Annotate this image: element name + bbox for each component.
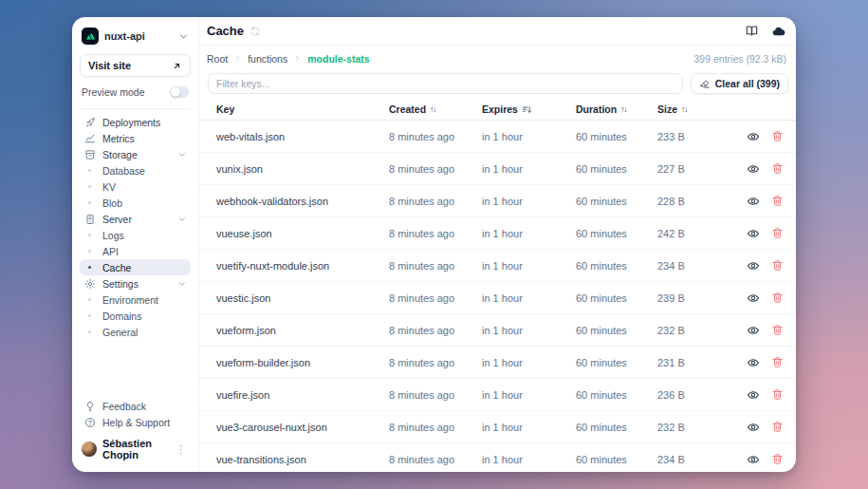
nuxthub-logo-icon xyxy=(82,28,99,45)
cache-key: vuestic.json xyxy=(216,292,389,304)
breadcrumb-root[interactable]: Root xyxy=(207,53,228,65)
cache-key: vuetify-nuxt-module.json xyxy=(216,260,389,272)
created-value: 8 minutes ago xyxy=(389,228,482,239)
row-actions xyxy=(747,388,786,402)
bullet-icon xyxy=(83,314,96,317)
sidebar-item-cache[interactable]: Cache xyxy=(80,259,191,275)
delete-entry-icon[interactable] xyxy=(771,292,784,304)
delete-entry-icon[interactable] xyxy=(771,130,784,142)
delete-entry-icon[interactable] xyxy=(771,195,784,207)
dots-vertical-icon[interactable]: ⋮ xyxy=(173,443,189,456)
row-actions xyxy=(747,453,786,466)
column-header-created[interactable]: Created ↑↓ xyxy=(389,103,482,115)
sidebar-item-settings[interactable]: Settings xyxy=(80,275,191,292)
duration-value: 60 minutes xyxy=(576,163,657,175)
view-entry-icon[interactable] xyxy=(747,421,760,434)
table-row: vue-transitions.json 8 minutes ago in 1 … xyxy=(199,443,796,472)
sidebar-item-metrics[interactable]: Metrics xyxy=(80,130,191,146)
docs-book-icon[interactable] xyxy=(745,24,759,38)
question-circle-icon xyxy=(83,417,96,428)
project-selector[interactable]: nuxt-api xyxy=(80,26,191,47)
view-entry-icon[interactable] xyxy=(747,195,760,208)
size-value: 234 B xyxy=(657,260,747,272)
view-entry-icon[interactable] xyxy=(747,324,760,337)
sidebar-item-label: Deployments xyxy=(102,117,160,128)
size-value: 242 B xyxy=(657,228,747,239)
duration-value: 60 minutes xyxy=(576,260,657,272)
sidebar-item-kv[interactable]: KV xyxy=(80,179,191,195)
visit-site-button[interactable]: Visit site xyxy=(80,54,191,77)
sidebar-item-label: KV xyxy=(102,181,116,193)
refresh-icon[interactable] xyxy=(249,26,261,37)
created-value: 8 minutes ago xyxy=(389,422,482,433)
delete-entry-icon[interactable] xyxy=(771,388,784,401)
delete-entry-icon[interactable] xyxy=(771,259,784,272)
duration-value: 60 minutes xyxy=(576,228,657,239)
bullet-icon xyxy=(83,234,96,236)
view-entry-icon[interactable] xyxy=(747,453,760,466)
cloud-icon[interactable] xyxy=(771,24,786,39)
size-value: 233 B xyxy=(657,131,747,142)
sidebar-item-general[interactable]: General xyxy=(80,324,191,340)
sidebar-item-storage[interactable]: Storage xyxy=(80,146,191,162)
preview-mode-toggle[interactable] xyxy=(170,86,189,98)
sidebar-item-logs[interactable]: Logs xyxy=(80,227,191,243)
sidebar-item-label: General xyxy=(102,327,138,338)
sidebar-item-feedback[interactable]: Feedback xyxy=(80,398,191,414)
sort-updown-icon: ↑↓ xyxy=(681,104,687,114)
sidebar-item-label: Environment xyxy=(102,294,158,306)
view-entry-icon[interactable] xyxy=(747,292,760,305)
delete-entry-icon[interactable] xyxy=(771,453,784,465)
eraser-icon xyxy=(699,78,711,89)
clear-all-button[interactable]: Clear all (399) xyxy=(691,73,788,94)
expires-value: in 1 hour xyxy=(482,163,576,175)
view-entry-icon[interactable] xyxy=(747,162,760,176)
main-header: Cache xyxy=(199,17,796,46)
breadcrumb-current: module-stats xyxy=(307,53,369,65)
sidebar-item-database[interactable]: Database xyxy=(80,162,191,179)
delete-entry-icon[interactable] xyxy=(771,324,784,336)
column-header-duration[interactable]: Duration ↑↓ xyxy=(576,103,657,115)
sidebar-item-blob[interactable]: Blob xyxy=(80,195,191,211)
table-row: vuefire.json 8 minutes ago in 1 hour 60 … xyxy=(199,379,796,411)
sidebar-item-server[interactable]: Server xyxy=(80,211,191,227)
created-value: 8 minutes ago xyxy=(389,196,482,207)
sidebar-item-environment[interactable]: Environment xyxy=(80,292,191,308)
row-actions xyxy=(747,162,786,176)
expires-value: in 1 hour xyxy=(482,131,576,142)
rocket-icon xyxy=(83,117,96,128)
bullet-icon xyxy=(83,185,96,188)
filter-keys-input[interactable] xyxy=(208,73,683,94)
view-entry-icon[interactable] xyxy=(747,356,760,369)
duration-value: 60 minutes xyxy=(576,325,657,336)
column-header-size[interactable]: Size ↑↓ xyxy=(657,103,747,115)
column-header-expires[interactable]: Expires xyxy=(482,103,576,115)
delete-entry-icon[interactable] xyxy=(771,421,784,433)
sidebar-spacer xyxy=(80,340,191,398)
project-name: nuxt-api xyxy=(104,30,173,42)
delete-entry-icon[interactable] xyxy=(771,227,784,239)
created-value: 8 minutes ago xyxy=(389,260,482,272)
cache-key: vuefire.json xyxy=(216,389,389,401)
sidebar-item-label: Domains xyxy=(102,310,141,322)
table-row: webhook-validators.json 8 minutes ago in… xyxy=(199,185,796,217)
expires-value: in 1 hour xyxy=(482,196,576,207)
preview-mode-row: Preview mode xyxy=(80,84,191,101)
sidebar-item-deployments[interactable]: Deployments xyxy=(80,114,191,130)
created-value: 8 minutes ago xyxy=(389,131,482,142)
user-menu[interactable]: Sébastien Chopin ⋮ xyxy=(80,436,191,462)
sidebar-item-help-support[interactable]: Help & Support xyxy=(80,414,191,430)
view-entry-icon[interactable] xyxy=(747,388,760,402)
sidebar-item-domains[interactable]: Domains xyxy=(80,308,191,324)
view-entry-icon[interactable] xyxy=(747,130,760,143)
sidebar-item-label: Settings xyxy=(102,278,139,290)
size-value: 232 B xyxy=(657,422,747,433)
breadcrumb-functions[interactable]: functions xyxy=(248,53,287,65)
view-entry-icon[interactable] xyxy=(747,259,760,273)
view-entry-icon[interactable] xyxy=(747,227,760,240)
delete-entry-icon[interactable] xyxy=(771,356,784,368)
sort-updown-icon: ↑↓ xyxy=(620,104,626,114)
delete-entry-icon[interactable] xyxy=(771,162,784,175)
duration-value: 60 minutes xyxy=(576,292,657,304)
sidebar-item-api[interactable]: API xyxy=(80,243,191,259)
